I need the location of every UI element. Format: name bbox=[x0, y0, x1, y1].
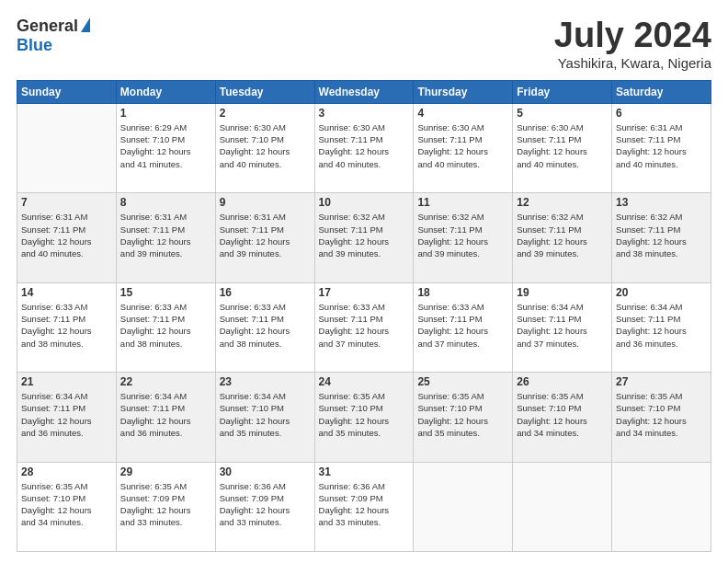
calendar-day-cell: 21Sunrise: 6:34 AM Sunset: 7:11 PM Dayli… bbox=[17, 373, 117, 462]
day-number: 4 bbox=[417, 107, 508, 120]
calendar: SundayMondayTuesdayWednesdayThursdayFrid… bbox=[17, 80, 711, 552]
calendar-day-cell bbox=[414, 462, 513, 551]
day-number: 20 bbox=[616, 286, 707, 299]
calendar-day-cell: 28Sunrise: 6:35 AM Sunset: 7:10 PM Dayli… bbox=[17, 462, 117, 551]
day-info: Sunrise: 6:29 AM Sunset: 7:10 PM Dayligh… bbox=[120, 121, 211, 170]
location: Yashikira, Kwara, Nigeria bbox=[554, 55, 711, 71]
day-info: Sunrise: 6:30 AM Sunset: 7:10 PM Dayligh… bbox=[220, 121, 311, 170]
day-info: Sunrise: 6:32 AM Sunset: 7:11 PM Dayligh… bbox=[319, 211, 410, 259]
day-info: Sunrise: 6:32 AM Sunset: 7:11 PM Dayligh… bbox=[616, 211, 707, 259]
calendar-day-cell: 31Sunrise: 6:36 AM Sunset: 7:09 PM Dayli… bbox=[314, 462, 414, 551]
page: General Blue July 2024 Yashikira, Kwara,… bbox=[0, 0, 728, 563]
day-info: Sunrise: 6:32 AM Sunset: 7:11 PM Dayligh… bbox=[517, 211, 608, 259]
day-info: Sunrise: 6:33 AM Sunset: 7:11 PM Dayligh… bbox=[220, 301, 311, 350]
calendar-day-cell: 6Sunrise: 6:31 AM Sunset: 7:11 PM Daylig… bbox=[612, 103, 711, 192]
calendar-day-cell: 11Sunrise: 6:32 AM Sunset: 7:11 PM Dayli… bbox=[414, 193, 513, 282]
day-number: 18 bbox=[417, 286, 508, 299]
calendar-day-cell: 12Sunrise: 6:32 AM Sunset: 7:11 PM Dayli… bbox=[513, 193, 612, 282]
calendar-week-row: 7Sunrise: 6:31 AM Sunset: 7:11 PM Daylig… bbox=[17, 193, 711, 282]
day-info: Sunrise: 6:35 AM Sunset: 7:10 PM Dayligh… bbox=[417, 390, 508, 439]
day-info: Sunrise: 6:33 AM Sunset: 7:11 PM Dayligh… bbox=[120, 301, 211, 350]
calendar-header-row: SundayMondayTuesdayWednesdayThursdayFrid… bbox=[17, 80, 711, 103]
day-number: 2 bbox=[220, 107, 311, 120]
day-number: 17 bbox=[319, 286, 410, 299]
day-number: 1 bbox=[120, 107, 211, 120]
calendar-week-row: 14Sunrise: 6:33 AM Sunset: 7:11 PM Dayli… bbox=[17, 282, 711, 372]
day-info: Sunrise: 6:33 AM Sunset: 7:11 PM Dayligh… bbox=[319, 301, 410, 350]
day-info: Sunrise: 6:35 AM Sunset: 7:10 PM Dayligh… bbox=[616, 390, 707, 439]
calendar-day-cell: 13Sunrise: 6:32 AM Sunset: 7:11 PM Dayli… bbox=[612, 193, 711, 282]
day-number: 11 bbox=[417, 196, 508, 209]
day-of-week-header: Monday bbox=[116, 80, 215, 103]
calendar-day-cell: 4Sunrise: 6:30 AM Sunset: 7:11 PM Daylig… bbox=[414, 103, 513, 192]
day-info: Sunrise: 6:34 AM Sunset: 7:11 PM Dayligh… bbox=[517, 301, 608, 350]
day-number: 30 bbox=[220, 465, 311, 478]
day-of-week-header: Saturday bbox=[612, 80, 711, 103]
calendar-week-row: 28Sunrise: 6:35 AM Sunset: 7:10 PM Dayli… bbox=[17, 462, 711, 551]
logo-text: General bbox=[17, 17, 90, 36]
calendar-day-cell: 3Sunrise: 6:30 AM Sunset: 7:11 PM Daylig… bbox=[314, 103, 414, 192]
day-info: Sunrise: 6:35 AM Sunset: 7:10 PM Dayligh… bbox=[517, 390, 608, 439]
calendar-day-cell: 29Sunrise: 6:35 AM Sunset: 7:09 PM Dayli… bbox=[116, 462, 215, 551]
day-number: 25 bbox=[417, 375, 508, 388]
month-title: July 2024 bbox=[554, 17, 711, 55]
day-info: Sunrise: 6:32 AM Sunset: 7:11 PM Dayligh… bbox=[417, 211, 508, 259]
calendar-day-cell: 26Sunrise: 6:35 AM Sunset: 7:10 PM Dayli… bbox=[513, 373, 612, 462]
day-info: Sunrise: 6:34 AM Sunset: 7:11 PM Dayligh… bbox=[616, 301, 707, 350]
day-info: Sunrise: 6:34 AM Sunset: 7:10 PM Dayligh… bbox=[220, 390, 311, 439]
header: General Blue July 2024 Yashikira, Kwara,… bbox=[17, 17, 711, 71]
day-info: Sunrise: 6:33 AM Sunset: 7:11 PM Dayligh… bbox=[417, 301, 508, 350]
logo: General Blue bbox=[17, 17, 90, 55]
day-number: 28 bbox=[21, 465, 112, 478]
logo-blue: Blue bbox=[17, 36, 52, 55]
day-of-week-header: Wednesday bbox=[314, 80, 414, 103]
day-of-week-header: Friday bbox=[513, 80, 612, 103]
day-number: 14 bbox=[21, 286, 112, 299]
day-number: 5 bbox=[517, 107, 608, 120]
day-number: 19 bbox=[517, 286, 608, 299]
day-number: 6 bbox=[616, 107, 707, 120]
calendar-day-cell bbox=[612, 462, 711, 551]
day-number: 3 bbox=[319, 107, 410, 120]
calendar-day-cell: 22Sunrise: 6:34 AM Sunset: 7:11 PM Dayli… bbox=[116, 373, 215, 462]
calendar-day-cell: 23Sunrise: 6:34 AM Sunset: 7:10 PM Dayli… bbox=[215, 373, 314, 462]
logo-triangle-icon bbox=[81, 17, 90, 32]
day-number: 26 bbox=[517, 375, 608, 388]
calendar-day-cell: 16Sunrise: 6:33 AM Sunset: 7:11 PM Dayli… bbox=[215, 282, 314, 372]
day-info: Sunrise: 6:31 AM Sunset: 7:11 PM Dayligh… bbox=[616, 121, 707, 170]
calendar-day-cell: 7Sunrise: 6:31 AM Sunset: 7:11 PM Daylig… bbox=[17, 193, 117, 282]
day-of-week-header: Thursday bbox=[414, 80, 513, 103]
calendar-day-cell: 8Sunrise: 6:31 AM Sunset: 7:11 PM Daylig… bbox=[116, 193, 215, 282]
day-number: 23 bbox=[220, 375, 311, 388]
day-number: 27 bbox=[616, 375, 707, 388]
calendar-day-cell bbox=[513, 462, 612, 551]
calendar-day-cell: 19Sunrise: 6:34 AM Sunset: 7:11 PM Dayli… bbox=[513, 282, 612, 372]
calendar-day-cell: 17Sunrise: 6:33 AM Sunset: 7:11 PM Dayli… bbox=[314, 282, 414, 372]
day-number: 21 bbox=[21, 375, 112, 388]
calendar-day-cell: 14Sunrise: 6:33 AM Sunset: 7:11 PM Dayli… bbox=[17, 282, 117, 372]
day-info: Sunrise: 6:34 AM Sunset: 7:11 PM Dayligh… bbox=[21, 390, 112, 439]
day-number: 16 bbox=[220, 286, 311, 299]
day-info: Sunrise: 6:36 AM Sunset: 7:09 PM Dayligh… bbox=[220, 480, 311, 529]
calendar-week-row: 21Sunrise: 6:34 AM Sunset: 7:11 PM Dayli… bbox=[17, 373, 711, 462]
calendar-day-cell: 10Sunrise: 6:32 AM Sunset: 7:11 PM Dayli… bbox=[314, 193, 414, 282]
day-info: Sunrise: 6:31 AM Sunset: 7:11 PM Dayligh… bbox=[21, 211, 112, 259]
calendar-day-cell: 2Sunrise: 6:30 AM Sunset: 7:10 PM Daylig… bbox=[215, 103, 314, 192]
day-number: 9 bbox=[220, 196, 311, 209]
day-info: Sunrise: 6:30 AM Sunset: 7:11 PM Dayligh… bbox=[517, 121, 608, 170]
day-info: Sunrise: 6:31 AM Sunset: 7:11 PM Dayligh… bbox=[120, 211, 211, 259]
logo-general: General bbox=[17, 17, 78, 36]
calendar-day-cell: 18Sunrise: 6:33 AM Sunset: 7:11 PM Dayli… bbox=[414, 282, 513, 372]
calendar-week-row: 1Sunrise: 6:29 AM Sunset: 7:10 PM Daylig… bbox=[17, 103, 711, 192]
day-number: 8 bbox=[120, 196, 211, 209]
day-number: 13 bbox=[616, 196, 707, 209]
day-of-week-header: Sunday bbox=[17, 80, 117, 103]
day-info: Sunrise: 6:30 AM Sunset: 7:11 PM Dayligh… bbox=[319, 121, 410, 170]
calendar-day-cell: 30Sunrise: 6:36 AM Sunset: 7:09 PM Dayli… bbox=[215, 462, 314, 551]
day-number: 29 bbox=[120, 465, 211, 478]
day-info: Sunrise: 6:30 AM Sunset: 7:11 PM Dayligh… bbox=[417, 121, 508, 170]
day-of-week-header: Tuesday bbox=[215, 80, 314, 103]
calendar-day-cell: 15Sunrise: 6:33 AM Sunset: 7:11 PM Dayli… bbox=[116, 282, 215, 372]
day-info: Sunrise: 6:33 AM Sunset: 7:11 PM Dayligh… bbox=[21, 301, 112, 350]
day-info: Sunrise: 6:31 AM Sunset: 7:11 PM Dayligh… bbox=[220, 211, 311, 259]
